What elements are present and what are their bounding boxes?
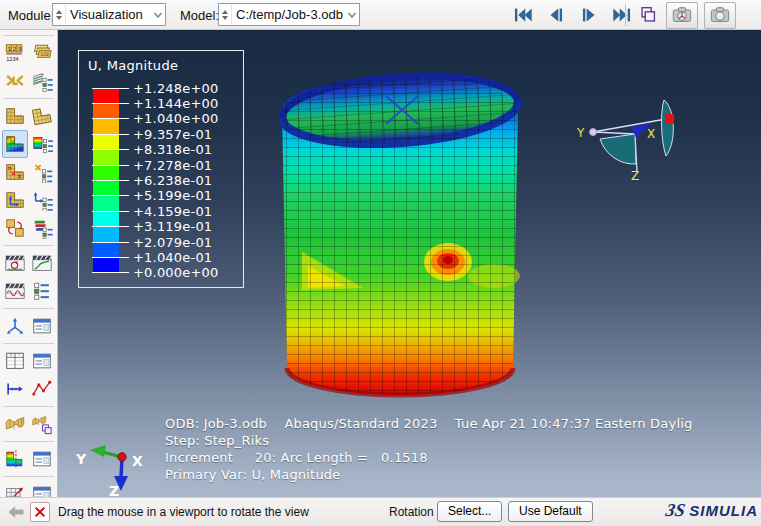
plot-material-orientations-button[interactable] [2,186,28,214]
contour-legend: U, Magnitude +1.248e+00+1.144e+00+1.040e… [78,50,244,288]
free-body-cut-button[interactable] [2,480,28,497]
previous-prompt-button[interactable] [6,503,26,521]
camera-movie-icon [671,4,693,26]
legend-tick [92,226,129,227]
xy-table-icon: XY [4,350,26,372]
manager-dialog-icon [31,483,53,497]
frame-selector-button[interactable]: 123 [30,39,56,67]
orientation-options-icon [31,189,53,211]
toolbox-row [0,102,57,130]
odb-display-options-button[interactable] [30,445,56,473]
animate-scale-icon [4,252,26,274]
create-xy-data-button[interactable]: XY [2,347,28,375]
result-options-icon [31,70,53,92]
module-combo[interactable]: Visualization [52,3,166,26]
orientation-triad: Y X Z [68,438,163,497]
legend-value-label: +4.159e-01 [133,204,212,219]
legend-color-swatch [93,242,119,258]
animate-harmonic-button[interactable] [2,277,28,305]
legend-value-label: +1.040e+00 [133,111,219,126]
ds-logo-mark: 3S [664,500,687,521]
xy-data-manager-button[interactable] [30,347,56,375]
plot-deformed-shape-button[interactable] [30,102,56,130]
previous-image-button[interactable] [545,4,567,26]
legend-title: U, Magnitude [88,58,178,73]
contour-options-icon [31,133,53,155]
symbol-options-icon [31,161,53,183]
model-combo[interactable]: C:/temp/Job-3.odb [218,3,360,26]
field-output-button[interactable]: 1231234 [2,39,28,67]
coordinate-system-manager-button[interactable] [30,312,56,340]
odb-title-line: ODB: Job-3.odb Abaqus/Standard 2023 Tue … [165,415,761,432]
create-coordinate-system-button[interactable] [2,312,28,340]
orientation-block-icon [4,189,26,211]
xy-plot-button[interactable] [30,375,56,403]
legend-color-swatch [93,119,119,135]
chevron-down-icon[interactable] [344,9,359,21]
svg-text:Y: Y [18,352,21,357]
cancel-procedure-button[interactable] [30,502,50,522]
create-path-button[interactable] [2,375,28,403]
compass-pivot[interactable] [590,129,597,136]
view-cut-icon [4,413,26,435]
model-spinner[interactable] [219,4,232,25]
view-cut-manager-button[interactable] [30,410,56,438]
legend-value-label: +9.357e-01 [133,127,212,142]
viewport[interactable]: U, Magnitude +1.248e+00+1.144e+00+1.040e… [58,30,761,497]
next-image-button[interactable] [578,4,600,26]
activate-view-cut-button[interactable] [2,410,28,438]
first-image-button[interactable] [512,4,534,26]
allow-multiple-plot-states-button[interactable] [2,214,28,242]
legend-tick [92,165,129,166]
manager-dialog-icon [31,315,53,337]
legend-color-swatch [93,180,119,196]
plot-symbols-button[interactable] [2,158,28,186]
legend-value-label: +0.000e+00 [133,265,219,280]
triad-x-label: X [132,453,143,469]
superimpose-options-button[interactable] [30,214,56,242]
select-button[interactable]: Select... [437,501,502,522]
ply-stack-plot-button[interactable] [2,67,28,95]
path-line-icon [4,378,26,400]
link-viewports-icon [637,4,659,26]
link-viewports-button[interactable] [636,3,660,27]
contour-options-button[interactable] [30,130,56,158]
legend-tick [92,180,129,181]
legend-value-label: +6.238e-01 [133,173,212,188]
manager-dialog-icon [31,448,53,470]
plot-contours-button[interactable] [2,130,28,158]
legend-value-label: +1.040e-01 [133,250,212,265]
contour-block-icon [4,133,26,155]
snapshot-camera-button[interactable] [704,2,736,29]
animate-scale-factor-button[interactable] [2,249,28,277]
free-body-manager-button[interactable] [30,480,56,497]
toolbar-separator [625,4,626,26]
view-manipulation-camera-button[interactable] [666,2,698,29]
legend-value-label: +1.144e+00 [133,96,219,111]
mirror-pattern-options-button[interactable] [2,445,28,473]
symbol-options-button[interactable] [30,158,56,186]
legend-tick [92,211,129,212]
plot-undeformed-shape-button[interactable] [2,102,28,130]
step-line: Step: Step_Riks [165,432,761,449]
legend-color-swatch [93,211,119,227]
toolbox-separator [3,406,54,407]
compass-handle[interactable] [665,114,674,124]
view-cut-manager-icon [31,413,53,435]
frame-selector-icon: 123 [31,42,53,64]
legend-color-swatch [93,227,119,243]
animation-options-button[interactable] [30,277,56,305]
chevron-down-icon[interactable] [150,9,165,21]
brand-word: SIMULIA [689,502,758,519]
view-compass[interactable]: Y X Z [573,92,693,212]
result-options-button[interactable] [30,67,56,95]
orientation-options-button[interactable] [30,186,56,214]
legend-color-swatch [93,196,119,212]
last-image-button[interactable] [611,4,633,26]
animate-time-history-button[interactable] [30,249,56,277]
module-spinner[interactable] [53,4,66,25]
use-default-button[interactable]: Use Default [508,501,593,522]
toolbox-row [0,277,57,305]
close-icon [33,505,47,519]
toolbox-row [0,214,57,242]
